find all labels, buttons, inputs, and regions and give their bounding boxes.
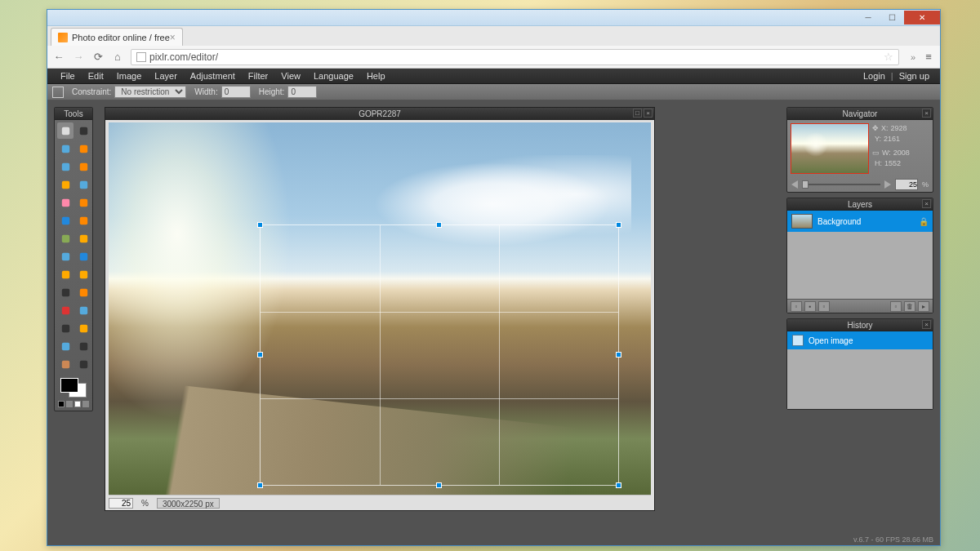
navigator-thumbnail[interactable] [791,123,869,174]
navigator-header[interactable]: Navigator × [787,108,933,120]
forward-button[interactable]: → [72,51,85,64]
tools-header[interactable]: Tools [55,108,92,120]
extensions-icon[interactable]: » [911,52,915,62]
zoom-in-icon[interactable] [884,180,891,189]
doc-close-icon[interactable]: × [644,109,653,118]
zoom-slider[interactable] [802,184,880,185]
tool-clone[interactable] [57,230,74,247]
mini-swatch[interactable] [82,401,89,407]
width-input[interactable] [221,86,251,98]
back-button[interactable]: ← [52,51,65,64]
tool-pencil[interactable] [57,176,74,193]
svg-rect-22 [61,324,69,331]
menu-filter[interactable]: Filter [242,69,274,82]
login-link[interactable]: Login [859,69,889,82]
tool-crop[interactable] [57,122,74,139]
layer-settings-icon[interactable]: ▫ [890,301,902,312]
menu-view[interactable]: View [274,69,307,82]
svg-rect-8 [61,198,69,206]
menu-help[interactable]: Help [360,69,392,82]
menu-layer[interactable]: Layer [148,69,184,82]
tool-marquee[interactable] [57,140,74,157]
tool-blur[interactable] [57,248,74,264]
layers-footer: ▫ ▪ ▫ ▫ 🗑 ▸ [787,299,933,313]
signup-link[interactable]: Sign up [895,69,933,82]
tool-lasso[interactable] [75,140,91,157]
tool-pinch[interactable] [75,320,91,336]
mini-swatch[interactable] [66,401,73,407]
tool-picker[interactable] [57,338,74,354]
tool-gradient[interactable] [75,212,91,229]
browser-tab[interactable]: Photo editor online / free × [51,28,183,46]
tool-erase2[interactable] [75,194,91,211]
tool-spot[interactable] [75,302,91,318]
history-header[interactable]: History × [787,319,933,331]
svg-rect-2 [61,144,69,152]
height-input[interactable] [287,86,317,98]
panel-close-icon[interactable]: × [922,320,931,329]
duplicate-layer-icon[interactable]: ▫ [818,301,830,312]
tool-fill[interactable] [57,212,74,229]
tools-panel: Tools [54,107,93,411]
doc-zoom-input[interactable] [109,498,133,509]
workspace: Tools GOPR2287 [47,100,940,534]
menu-language[interactable]: Language [307,69,360,82]
new-layer-icon[interactable]: ▫ [791,301,802,312]
svg-rect-5 [79,162,87,170]
zoom-out-icon[interactable] [791,180,798,189]
address-bar[interactable]: pixlr.com/editor/ ☆ [131,49,899,65]
layer-menu-icon[interactable]: ▸ [918,301,929,312]
color-swatches[interactable] [55,375,92,411]
tool-sponge[interactable] [75,266,91,282]
reload-button[interactable]: ⟳ [91,51,105,64]
tool-dodge[interactable] [57,284,74,300]
tool-bloat[interactable] [57,320,74,336]
constraint-select[interactable]: No restriction [114,86,186,98]
svg-rect-23 [79,324,87,331]
width-label: Width: [194,87,217,96]
tool-wand[interactable] [57,158,74,175]
tool-smudge[interactable] [57,266,74,282]
panel-close-icon[interactable]: × [922,199,931,208]
delete-layer-icon[interactable]: 🗑 [904,301,915,312]
tab-title: Photo editor online / free [72,33,170,42]
menu-image[interactable]: Image [110,69,149,82]
foreground-color[interactable] [60,378,78,393]
home-button[interactable]: ⌂ [111,51,124,64]
tool-burn[interactable] [75,284,91,300]
menu-edit[interactable]: Edit [82,69,110,82]
layers-header[interactable]: Layers × [787,198,933,211]
lock-icon[interactable]: 🔒 [919,217,929,226]
menu-file[interactable]: File [54,69,82,82]
doc-maximize-icon[interactable]: □ [633,109,642,118]
tool-zoom[interactable] [75,356,91,372]
close-button[interactable]: ✕ [904,11,940,24]
bookmark-icon[interactable]: ☆ [884,51,893,63]
nav-zoom-input[interactable] [895,179,918,190]
new-group-icon[interactable]: ▪ [804,301,816,312]
mini-swatch[interactable] [74,401,81,407]
tool-eraser[interactable] [57,194,74,211]
tab-close-icon[interactable]: × [170,32,176,43]
menu-adjustment[interactable]: Adjustment [184,69,242,82]
document-status: % 3000x2250 px [109,497,220,509]
tool-move[interactable] [75,122,91,139]
canvas-area[interactable] [109,122,651,495]
tool-redeye[interactable] [57,302,74,318]
mini-swatch[interactable] [58,401,65,407]
maximize-button[interactable]: ☐ [880,11,903,24]
tool-type[interactable] [75,338,91,354]
panel-close-icon[interactable]: × [922,109,931,118]
history-item[interactable]: Open image [787,331,933,349]
minimize-button[interactable]: ─ [857,11,880,24]
tool-hand[interactable] [57,356,74,372]
layer-item[interactable]: Background 🔒 [787,211,933,232]
menu-icon[interactable]: ≡ [922,51,935,64]
tool-stamp[interactable] [75,230,91,247]
document-titlebar[interactable]: GOPR2287 □ × [105,108,654,120]
tool-sharpen[interactable] [75,248,91,264]
tool-crop2[interactable] [75,158,91,175]
document-title: GOPR2287 [359,109,401,118]
tool-brush[interactable] [75,176,91,193]
history-label: Open image [808,336,853,345]
